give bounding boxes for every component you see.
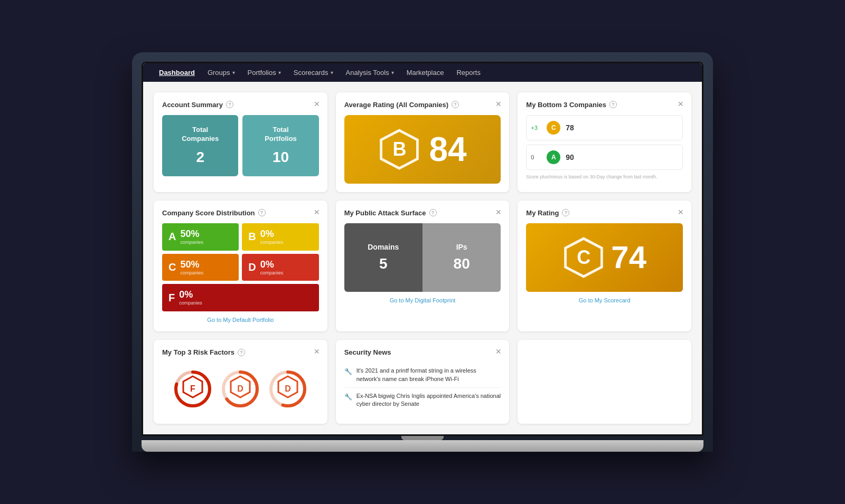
help-icon[interactable]: ?: [562, 209, 569, 216]
grade-badge-a: A: [547, 150, 560, 164]
navigation: Dashboard Groups ▾ Portfolios ▾ Scorecar…: [143, 63, 702, 82]
dist-companies: companies: [260, 270, 284, 276]
nav-scorecards[interactable]: Scorecards ▾: [294, 69, 333, 77]
help-icon[interactable]: ?: [609, 101, 617, 108]
chevron-down-icon: ▾: [391, 70, 394, 75]
chevron-down-icon: ▾: [331, 70, 333, 75]
total-companies-value: 2: [168, 149, 232, 166]
risk-factors-card: My Top 3 Risk Factors ? ✕ F: [154, 340, 327, 424]
dashboard-grid: Account Summary ? ✕ TotalCompanies 2 Tot…: [154, 92, 691, 424]
news-item: 🔧 Ex-NSA bigwig Chris Inglis appointed A…: [344, 388, 501, 413]
close-icon[interactable]: ✕: [314, 100, 320, 108]
dist-companies: companies: [180, 270, 203, 276]
svg-text:F: F: [190, 384, 195, 393]
dist-companies: companies: [179, 300, 202, 306]
dist-pct: 0%: [260, 229, 284, 240]
footprint-link[interactable]: Go to My Digital Footprint: [344, 297, 501, 303]
chevron-down-icon: ▾: [278, 70, 281, 75]
svg-text:D: D: [285, 384, 292, 393]
score-change: +3: [531, 125, 541, 131]
attack-surface-title: My Public Attack Surface ?: [344, 209, 501, 217]
score-distribution-card: Company Score Distribution ? ✕ A 50% com…: [154, 201, 327, 331]
risk-factor-d2: D: [267, 368, 309, 410]
close-icon[interactable]: ✕: [314, 347, 320, 356]
risk-circles: F D: [162, 363, 319, 415]
dist-info: 50% companies: [180, 229, 203, 245]
score-dist-grid: A 50% companies B 0% companies: [162, 223, 319, 311]
grade-badge-c: C: [547, 121, 560, 135]
rating-score: 74: [611, 239, 646, 275]
grade-hex: B: [378, 128, 420, 170]
close-icon[interactable]: ✕: [495, 347, 502, 356]
company-row: +3 C 78: [526, 115, 683, 140]
nav-analysis[interactable]: Analysis Tools ▾: [346, 69, 394, 77]
nav-marketplace[interactable]: Marketplace: [407, 69, 444, 77]
close-icon[interactable]: ✕: [314, 208, 320, 216]
dist-info: 50% companies: [180, 259, 203, 276]
company-note: Score plus/minus is based on 30-Day chan…: [526, 174, 683, 179]
help-icon[interactable]: ?: [258, 209, 266, 216]
help-icon[interactable]: ?: [226, 101, 233, 108]
grade-label: C: [168, 261, 176, 273]
score-change: 0: [531, 154, 541, 160]
nav-dashboard[interactable]: Dashboard: [159, 69, 195, 77]
grade-label: D: [248, 261, 256, 273]
nav-portfolios[interactable]: Portfolios ▾: [248, 69, 281, 77]
security-news-title: Security News: [344, 348, 501, 356]
help-icon[interactable]: ?: [429, 209, 437, 216]
account-summary-title: Account Summary ?: [162, 101, 319, 109]
score-distribution-title: Company Score Distribution ?: [162, 209, 319, 217]
laptop-notch: [401, 436, 444, 440]
close-icon[interactable]: ✕: [495, 208, 502, 216]
my-rating-card: My Rating ? ✕ C 74 Go to My Scoreca: [518, 201, 691, 331]
attack-surface-card: My Public Attack Surface ? ✕ Domains 5 I…: [336, 201, 510, 331]
domains-label: Domains: [368, 243, 399, 251]
company-row: 0 A 90: [526, 145, 683, 170]
average-rating-card: Average Rating (All Companies) ? ✕ B 84: [336, 92, 510, 192]
close-icon[interactable]: ✕: [678, 208, 684, 216]
news-icon: 🔧: [344, 393, 352, 401]
grade-label: A: [168, 231, 176, 243]
nav-groups[interactable]: Groups ▾: [208, 69, 235, 77]
domains-cell: Domains 5: [344, 223, 422, 292]
account-tiles: TotalCompanies 2 TotalPortfolios 10: [162, 115, 319, 176]
risk-circle-svg: D: [267, 368, 309, 410]
rating-score: 84: [429, 130, 466, 169]
dist-info: 0% companies: [260, 259, 284, 276]
total-portfolios-label: TotalPortfolios: [249, 126, 312, 144]
dist-cell-d: D 0% companies: [242, 254, 318, 281]
main-content: Account Summary ? ✕ TotalCompanies 2 Tot…: [143, 82, 702, 434]
company-score: 78: [566, 123, 574, 132]
scorecard-link[interactable]: Go to My Scorecard: [526, 297, 683, 303]
dist-pct: 0%: [260, 259, 284, 270]
bottom3-title: My Bottom 3 Companies ?: [526, 101, 683, 109]
grade-label: B: [248, 231, 256, 243]
total-portfolios-value: 10: [249, 149, 312, 166]
dist-cell-b: B 0% companies: [242, 223, 318, 251]
company-score: 90: [566, 153, 574, 161]
close-icon[interactable]: ✕: [678, 100, 684, 108]
account-summary-card: Account Summary ? ✕ TotalCompanies 2 Tot…: [154, 92, 327, 192]
close-icon[interactable]: ✕: [495, 100, 502, 108]
dist-pct: 50%: [180, 229, 203, 240]
dist-pct: 0%: [179, 289, 202, 300]
grade-hex: C: [562, 236, 605, 279]
average-rating-title: Average Rating (All Companies) ?: [344, 101, 501, 109]
dist-companies: companies: [180, 240, 203, 245]
risk-circle-svg: D: [219, 368, 261, 410]
help-icon[interactable]: ?: [238, 349, 245, 356]
news-text: Ex-NSA bigwig Chris Inglis appointed Ame…: [356, 392, 501, 408]
svg-text:D: D: [238, 384, 244, 393]
bottom3-card: My Bottom 3 Companies ? ✕ +3 C 78 0 A 90: [518, 92, 691, 192]
risk-circle-svg: F: [172, 368, 214, 410]
total-companies-tile: TotalCompanies 2: [162, 115, 238, 176]
grade-letter: C: [577, 246, 590, 269]
news-icon: 🔧: [344, 368, 352, 375]
dist-info: 0% companies: [179, 289, 202, 306]
laptop-screen: Dashboard Groups ▾ Portfolios ▾ Scorecar…: [142, 62, 703, 436]
my-rating-title: My Rating ?: [526, 209, 683, 217]
help-icon[interactable]: ?: [452, 101, 459, 108]
ips-cell: IPs 80: [422, 223, 501, 292]
portfolio-link[interactable]: Go to My Default Portfolio: [162, 317, 319, 323]
nav-reports[interactable]: Reports: [456, 69, 481, 77]
